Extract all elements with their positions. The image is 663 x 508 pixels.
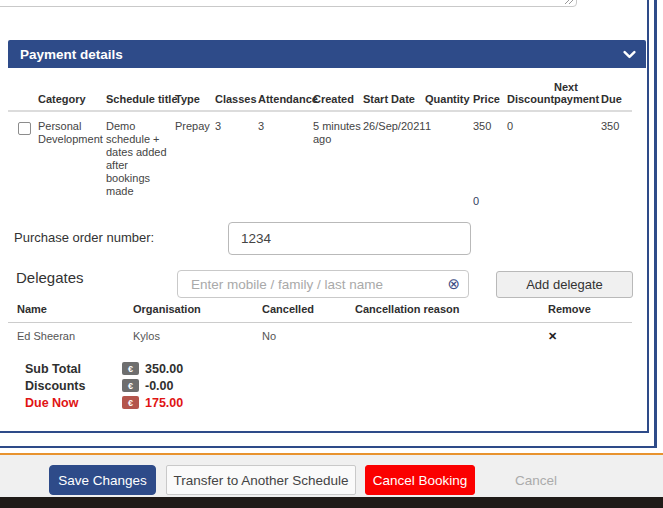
cancel-button[interactable]: Cancel <box>500 465 572 495</box>
cell-cancelled: No <box>262 330 355 343</box>
subtotal-value: 350.00 <box>145 362 183 376</box>
delegates-heading: Delegates <box>16 269 84 286</box>
col-created: Created <box>313 93 363 105</box>
col-remove: Remove <box>548 303 632 315</box>
subtotal-label: Sub Total <box>25 362 122 376</box>
purchase-order-label: Purchase order number: <box>14 230 154 245</box>
col-start-date: Start Date <box>363 93 425 105</box>
page-bottom-bar <box>0 497 663 508</box>
delegates-header-row: Name Organisation Cancelled Cancellation… <box>17 303 632 315</box>
col-price: Price <box>473 93 507 105</box>
payment-schedule-table: Category Schedule title Type Classes Att… <box>8 78 632 198</box>
delegate-search-input[interactable] <box>177 270 469 298</box>
col-classes: Classes <box>215 93 258 105</box>
col-organisation: Organisation <box>133 303 262 315</box>
payment-table-row: Personal Development Demo schedule + dat… <box>8 112 632 198</box>
panel-bottom-border <box>0 431 649 433</box>
col-next-payment: Next payment <box>554 81 601 105</box>
payment-details-title: Payment details <box>20 47 123 62</box>
col-quantity: Quantity <box>425 93 473 105</box>
payment-table-header-row: Category Schedule title Type Classes Att… <box>8 78 632 112</box>
due-now-row: Due Now € 175.00 <box>25 394 183 411</box>
modal-right-border <box>654 0 657 448</box>
discounts-value: -0.00 <box>145 379 174 393</box>
cell-created: 5 minutes ago <box>313 120 363 198</box>
modal-footer: Save Changes Transfer to Another Schedul… <box>0 453 663 497</box>
col-due: Due <box>601 93 632 105</box>
clear-search-icon[interactable]: ⊗ <box>447 274 460 293</box>
cell-discount: 0 <box>507 120 554 198</box>
cell-due: 350 <box>601 120 632 198</box>
remove-delegate-icon[interactable]: ✕ <box>548 330 557 342</box>
notes-textarea[interactable] <box>0 0 577 7</box>
cell-schedule-title: Demo schedule + dates added after bookin… <box>106 120 175 198</box>
row-checkbox[interactable] <box>18 122 31 135</box>
booking-payment-screen: Payment details Category Schedule title … <box>0 0 663 508</box>
transfer-schedule-button[interactable]: Transfer to Another Schedule <box>166 465 356 495</box>
totals-summary: Sub Total € 350.00 Discounts € -0.00 Due… <box>25 360 183 411</box>
col-name: Name <box>17 303 133 315</box>
price-column-total: 0 <box>473 195 479 207</box>
cell-start-date: 26/Sep/2021 <box>363 120 425 198</box>
save-changes-button[interactable]: Save Changes <box>49 465 156 495</box>
cell-type: Prepay <box>175 120 215 198</box>
discounts-row: Discounts € -0.00 <box>25 377 183 394</box>
cell-organisation: Kylos <box>133 330 262 343</box>
euro-badge: € <box>122 379 139 392</box>
delegates-header-divider <box>8 322 632 323</box>
col-category: Category <box>38 93 106 105</box>
due-now-value: 175.00 <box>145 396 183 410</box>
euro-badge: € <box>122 396 139 409</box>
euro-badge: € <box>122 362 139 375</box>
cell-name: Ed Sheeran <box>17 330 133 343</box>
cell-category: Personal Development <box>38 120 106 198</box>
cancel-booking-button[interactable]: Cancel Booking <box>365 465 475 495</box>
payment-details-header[interactable]: Payment details <box>8 40 646 68</box>
cell-price: 350 <box>473 120 507 198</box>
panel-right-border <box>647 0 649 433</box>
purchase-order-input[interactable] <box>228 222 471 255</box>
add-delegate-button[interactable]: Add delegate <box>496 271 633 298</box>
col-cancellation-reason: Cancellation reason <box>355 303 548 315</box>
cell-cancellation-reason <box>355 330 548 343</box>
cell-next-payment <box>554 120 601 198</box>
discounts-label: Discounts <box>25 379 122 393</box>
resize-grip-icon[interactable] <box>562 0 573 4</box>
delegate-row: Ed Sheeran Kylos No ✕ <box>17 330 632 343</box>
delegate-search-wrap: ⊗ <box>177 270 469 298</box>
subtotal-row: Sub Total € 350.00 <box>25 360 183 377</box>
cell-attendance: 3 <box>258 120 313 198</box>
col-type: Type <box>175 93 215 105</box>
cell-quantity: 1 <box>425 120 473 198</box>
modal-bottom-border <box>0 446 657 448</box>
chevron-down-icon[interactable] <box>623 48 636 61</box>
delegates-table: Name Organisation Cancelled Cancellation… <box>8 303 632 343</box>
col-attendance: Attendance <box>258 93 313 105</box>
cell-classes: 3 <box>215 120 258 198</box>
col-discount: Discount <box>507 93 554 105</box>
col-cancelled: Cancelled <box>262 303 355 315</box>
due-now-label: Due Now <box>25 396 122 410</box>
col-schedule-title: Schedule title <box>106 93 175 105</box>
